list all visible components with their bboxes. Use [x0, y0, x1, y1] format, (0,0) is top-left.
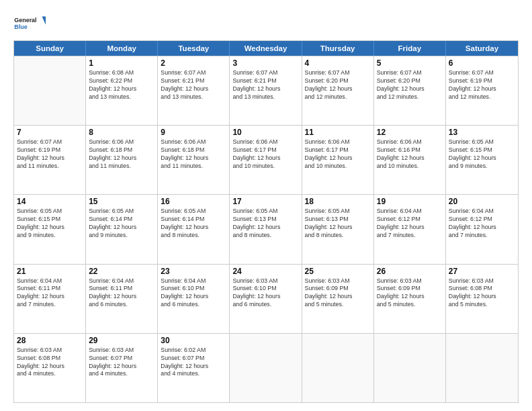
- day-info: Sunrise: 6:05 AMSunset: 6:15 PMDaylight:…: [449, 138, 515, 171]
- day-number: 20: [449, 197, 515, 206]
- day-number: 3: [232, 58, 298, 68]
- day-cell-18: 18Sunrise: 6:05 AMSunset: 6:13 PMDayligh…: [302, 195, 374, 263]
- week-row-3: 14Sunrise: 6:05 AMSunset: 6:15 PMDayligh…: [14, 194, 518, 263]
- day-info: Sunrise: 6:06 AMSunset: 6:18 PMDaylight:…: [161, 138, 226, 171]
- day-number: 4: [305, 58, 371, 68]
- day-number: 30: [161, 336, 226, 345]
- day-info: Sunrise: 6:03 AMSunset: 6:08 PMDaylight:…: [449, 277, 515, 310]
- day-cell-30: 30Sunrise: 6:02 AMSunset: 6:07 PMDayligh…: [158, 334, 230, 402]
- day-info: Sunrise: 6:07 AMSunset: 6:19 PMDaylight:…: [449, 69, 515, 101]
- day-number: 24: [232, 267, 298, 276]
- day-number: 15: [89, 197, 154, 206]
- day-info: Sunrise: 6:03 AMSunset: 6:09 PMDaylight:…: [305, 277, 371, 310]
- empty-cell: [230, 334, 302, 402]
- calendar-header: SundayMondayTuesdayWednesdayThursdayFrid…: [14, 41, 518, 56]
- day-info: Sunrise: 6:06 AMSunset: 6:18 PMDaylight:…: [89, 138, 154, 171]
- day-cell-4: 4Sunrise: 6:07 AMSunset: 6:20 PMDaylight…: [302, 56, 374, 125]
- day-cell-2: 2Sunrise: 6:07 AMSunset: 6:21 PMDaylight…: [158, 56, 230, 125]
- week-row-2: 7Sunrise: 6:07 AMSunset: 6:19 PMDaylight…: [14, 125, 518, 194]
- day-info: Sunrise: 6:03 AMSunset: 6:09 PMDaylight:…: [377, 277, 443, 310]
- day-cell-11: 11Sunrise: 6:06 AMSunset: 6:17 PMDayligh…: [302, 126, 374, 194]
- header-day-tuesday: Tuesday: [158, 41, 230, 56]
- empty-cell: [374, 334, 446, 402]
- day-info: Sunrise: 6:07 AMSunset: 6:20 PMDaylight:…: [305, 69, 371, 101]
- logo-svg: General Blue: [13, 11, 46, 35]
- day-info: Sunrise: 6:05 AMSunset: 6:15 PMDaylight:…: [17, 208, 83, 240]
- day-number: 1: [89, 58, 154, 68]
- header-day-sunday: Sunday: [14, 41, 86, 56]
- day-cell-10: 10Sunrise: 6:06 AMSunset: 6:17 PMDayligh…: [230, 126, 302, 194]
- day-number: 9: [161, 128, 226, 137]
- day-info: Sunrise: 6:07 AMSunset: 6:21 PMDaylight:…: [161, 69, 226, 101]
- day-info: Sunrise: 6:04 AMSunset: 6:11 PMDaylight:…: [89, 277, 154, 310]
- day-cell-8: 8Sunrise: 6:06 AMSunset: 6:18 PMDaylight…: [86, 126, 158, 194]
- week-row-1: 1Sunrise: 6:08 AMSunset: 6:22 PMDaylight…: [14, 56, 518, 125]
- week-row-4: 21Sunrise: 6:04 AMSunset: 6:11 PMDayligh…: [14, 264, 518, 333]
- day-cell-26: 26Sunrise: 6:03 AMSunset: 6:09 PMDayligh…: [374, 265, 446, 333]
- day-cell-25: 25Sunrise: 6:03 AMSunset: 6:09 PMDayligh…: [302, 265, 374, 333]
- day-cell-24: 24Sunrise: 6:03 AMSunset: 6:10 PMDayligh…: [230, 265, 302, 333]
- svg-text:General: General: [14, 17, 36, 24]
- day-cell-22: 22Sunrise: 6:04 AMSunset: 6:11 PMDayligh…: [86, 265, 158, 333]
- day-info: Sunrise: 6:07 AMSunset: 6:20 PMDaylight:…: [377, 69, 443, 101]
- day-info: Sunrise: 6:06 AMSunset: 6:17 PMDaylight:…: [232, 138, 298, 171]
- day-info: Sunrise: 6:03 AMSunset: 6:08 PMDaylight:…: [17, 347, 83, 379]
- day-info: Sunrise: 6:05 AMSunset: 6:13 PMDaylight:…: [305, 208, 371, 240]
- day-cell-9: 9Sunrise: 6:06 AMSunset: 6:18 PMDaylight…: [158, 126, 230, 194]
- day-info: Sunrise: 6:05 AMSunset: 6:14 PMDaylight:…: [161, 208, 226, 240]
- day-number: 22: [89, 267, 154, 276]
- day-info: Sunrise: 6:05 AMSunset: 6:13 PMDaylight:…: [232, 208, 298, 240]
- day-info: Sunrise: 6:06 AMSunset: 6:16 PMDaylight:…: [377, 138, 443, 171]
- day-cell-1: 1Sunrise: 6:08 AMSunset: 6:22 PMDaylight…: [86, 56, 158, 125]
- empty-cell: [302, 334, 374, 402]
- day-cell-19: 19Sunrise: 6:04 AMSunset: 6:12 PMDayligh…: [374, 195, 446, 263]
- header-day-saturday: Saturday: [446, 41, 518, 56]
- day-number: 5: [377, 58, 443, 68]
- day-cell-16: 16Sunrise: 6:05 AMSunset: 6:14 PMDayligh…: [158, 195, 230, 263]
- day-number: 17: [232, 197, 298, 206]
- day-cell-17: 17Sunrise: 6:05 AMSunset: 6:13 PMDayligh…: [230, 195, 302, 263]
- day-number: 23: [161, 267, 226, 276]
- day-info: Sunrise: 6:05 AMSunset: 6:14 PMDaylight:…: [89, 208, 154, 240]
- day-cell-27: 27Sunrise: 6:03 AMSunset: 6:08 PMDayligh…: [446, 265, 518, 333]
- header-day-wednesday: Wednesday: [230, 41, 302, 56]
- week-row-5: 28Sunrise: 6:03 AMSunset: 6:08 PMDayligh…: [14, 333, 518, 402]
- day-cell-15: 15Sunrise: 6:05 AMSunset: 6:14 PMDayligh…: [86, 195, 158, 263]
- day-number: 8: [89, 128, 154, 137]
- day-cell-7: 7Sunrise: 6:07 AMSunset: 6:19 PMDaylight…: [14, 126, 86, 194]
- day-cell-3: 3Sunrise: 6:07 AMSunset: 6:21 PMDaylight…: [230, 56, 302, 125]
- day-info: Sunrise: 6:04 AMSunset: 6:12 PMDaylight:…: [449, 208, 515, 240]
- day-info: Sunrise: 6:03 AMSunset: 6:10 PMDaylight:…: [232, 277, 298, 310]
- header-day-friday: Friday: [374, 41, 446, 56]
- day-info: Sunrise: 6:04 AMSunset: 6:12 PMDaylight:…: [377, 208, 443, 240]
- day-cell-6: 6Sunrise: 6:07 AMSunset: 6:19 PMDaylight…: [446, 56, 518, 125]
- day-number: 19: [377, 197, 443, 206]
- day-number: 25: [305, 267, 371, 276]
- day-cell-5: 5Sunrise: 6:07 AMSunset: 6:20 PMDaylight…: [374, 56, 446, 125]
- day-cell-23: 23Sunrise: 6:04 AMSunset: 6:10 PMDayligh…: [158, 265, 230, 333]
- day-cell-20: 20Sunrise: 6:04 AMSunset: 6:12 PMDayligh…: [446, 195, 518, 263]
- day-info: Sunrise: 6:04 AMSunset: 6:11 PMDaylight:…: [17, 277, 83, 310]
- day-number: 28: [17, 336, 83, 345]
- day-number: 10: [232, 128, 298, 137]
- day-number: 6: [449, 58, 515, 68]
- day-number: 21: [17, 267, 83, 276]
- empty-cell: [14, 56, 86, 125]
- day-cell-28: 28Sunrise: 6:03 AMSunset: 6:08 PMDayligh…: [14, 334, 86, 402]
- day-info: Sunrise: 6:07 AMSunset: 6:19 PMDaylight:…: [17, 138, 83, 171]
- day-info: Sunrise: 6:02 AMSunset: 6:07 PMDaylight:…: [161, 347, 226, 379]
- header-day-monday: Monday: [86, 41, 158, 56]
- day-number: 2: [161, 58, 226, 68]
- day-number: 29: [89, 336, 154, 345]
- day-number: 26: [377, 267, 443, 276]
- day-cell-21: 21Sunrise: 6:04 AMSunset: 6:11 PMDayligh…: [14, 265, 86, 333]
- header-day-thursday: Thursday: [302, 41, 374, 56]
- svg-text:Blue: Blue: [14, 24, 27, 30]
- day-number: 27: [449, 267, 515, 276]
- day-cell-29: 29Sunrise: 6:03 AMSunset: 6:07 PMDayligh…: [86, 334, 158, 402]
- day-number: 18: [305, 197, 371, 206]
- day-number: 14: [17, 197, 83, 206]
- calendar: SundayMondayTuesdayWednesdayThursdayFrid…: [13, 40, 519, 403]
- day-cell-13: 13Sunrise: 6:05 AMSunset: 6:15 PMDayligh…: [446, 126, 518, 194]
- day-number: 16: [161, 197, 226, 206]
